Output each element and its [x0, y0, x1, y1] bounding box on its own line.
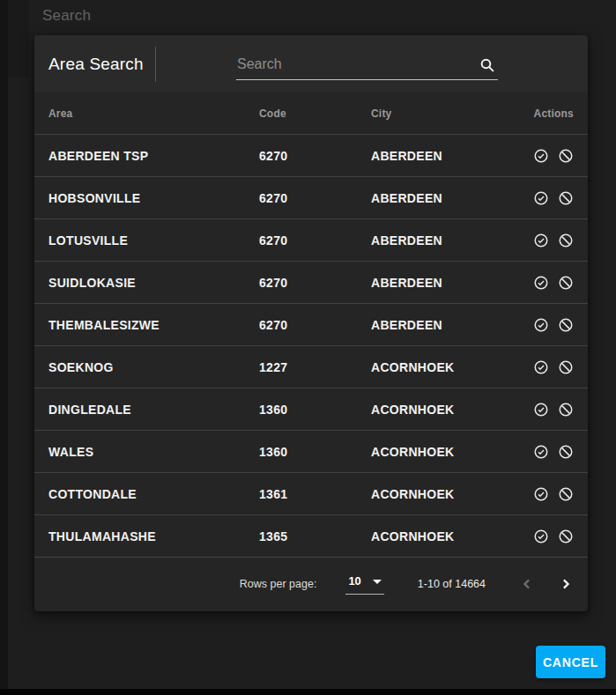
check-circle-icon — [533, 529, 549, 544]
select-row-button[interactable] — [533, 233, 549, 248]
select-row-button[interactable] — [533, 486, 549, 502]
area-cell: COTTONDALE — [48, 487, 259, 501]
table-row[interactable]: ABERDEEN TSP 6270 ABERDEEN — [34, 135, 588, 177]
previous-page-button[interactable] — [517, 574, 537, 594]
block-row-button[interactable] — [558, 359, 574, 375]
table-row[interactable]: SUIDLOKASIE 6270 ABERDEEN — [34, 262, 588, 304]
check-circle-icon — [533, 486, 549, 502]
actions-cell — [521, 317, 574, 333]
block-row-button[interactable] — [558, 190, 574, 206]
check-circle-icon — [533, 359, 549, 375]
code-cell: 6270 — [259, 233, 371, 248]
block-row-button[interactable] — [558, 529, 574, 544]
chevron-left-icon — [518, 575, 536, 593]
table-body: ABERDEEN TSP 6270 ABERDEEN — [34, 135, 588, 558]
city-cell: ABERDEEN — [371, 149, 521, 163]
rows-per-page-select[interactable]: 10 — [345, 574, 383, 595]
city-cell: ACORNHOEK — [371, 529, 521, 543]
code-cell: 6270 — [259, 318, 371, 332]
code-cell: 6270 — [259, 149, 371, 163]
city-cell: ABERDEEN — [371, 233, 521, 248]
city-cell: ACORNHOEK — [371, 403, 521, 417]
block-row-button[interactable] — [558, 402, 574, 418]
pagination-range: 1-10 of 14664 — [418, 578, 486, 590]
actions-cell — [521, 402, 574, 418]
select-row-button[interactable] — [533, 359, 549, 375]
check-circle-icon — [533, 148, 549, 164]
block-row-button[interactable] — [558, 444, 574, 460]
check-circle-icon — [533, 317, 549, 333]
search-field — [236, 52, 498, 80]
check-circle-icon — [533, 275, 549, 291]
column-header-code: Code — [259, 107, 371, 120]
actions-cell — [521, 486, 574, 502]
ban-icon — [558, 402, 574, 418]
cancel-button[interactable]: CANCEL — [536, 646, 605, 678]
area-cell: SUIDLOKASIE — [48, 276, 259, 290]
select-row-button[interactable] — [533, 444, 549, 460]
ban-icon — [558, 529, 574, 544]
select-row-button[interactable] — [533, 402, 549, 418]
block-row-button[interactable] — [558, 233, 574, 248]
ban-icon — [558, 275, 574, 291]
rows-per-page-label: Rows per page: — [240, 578, 317, 590]
table-row[interactable]: THULAMAHASHE 1365 ACORNHOEK — [34, 515, 588, 558]
table-row[interactable]: DINGLEDALE 1360 ACORNHOEK — [34, 388, 588, 431]
code-cell: 1360 — [259, 403, 371, 417]
code-cell: 1360 — [259, 445, 371, 459]
table-row[interactable]: WALES 1360 ACORNHOEK — [34, 431, 588, 473]
ban-icon — [558, 233, 574, 248]
code-cell: 6270 — [259, 276, 371, 290]
table-header: Area Code City Actions — [34, 92, 588, 135]
actions-cell — [521, 148, 574, 164]
code-cell: 6270 — [259, 191, 371, 205]
chevron-right-icon — [557, 575, 575, 593]
table-row[interactable]: COTTONDALE 1361 ACORNHOEK — [34, 473, 588, 515]
table-row[interactable]: SOEKNOG 1227 ACORNHOEK — [34, 346, 588, 388]
next-page-button[interactable] — [556, 574, 575, 594]
toolbar-divider — [155, 47, 156, 82]
actions-cell — [521, 359, 574, 375]
city-cell: ABERDEEN — [371, 191, 521, 205]
ban-icon — [558, 317, 574, 333]
block-row-button[interactable] — [558, 275, 574, 291]
city-cell: ACORNHOEK — [371, 487, 521, 501]
block-row-button[interactable] — [558, 148, 574, 164]
select-row-button[interactable] — [533, 317, 549, 333]
select-row-button[interactable] — [533, 190, 549, 206]
area-cell: SOEKNOG — [48, 360, 259, 374]
actions-cell — [521, 444, 574, 460]
actions-cell — [521, 529, 574, 544]
check-circle-icon — [533, 190, 549, 206]
area-cell: DINGLEDALE — [48, 403, 259, 417]
select-row-button[interactable] — [533, 275, 549, 291]
search-input[interactable] — [236, 52, 498, 79]
ban-icon — [558, 148, 574, 164]
block-row-button[interactable] — [558, 317, 574, 333]
column-header-actions: Actions — [521, 107, 574, 120]
city-cell: ABERDEEN — [371, 318, 521, 332]
actions-cell — [521, 233, 574, 248]
actions-cell — [521, 275, 574, 291]
area-cell: THULAMAHASHE — [48, 529, 259, 543]
area-cell: THEMBALESIZWE — [48, 318, 259, 332]
area-cell: HOBSONVILLE — [48, 191, 259, 205]
dialog-title: Area Search — [48, 55, 144, 74]
area-cell: ABERDEEN TSP — [48, 149, 259, 163]
select-row-button[interactable] — [533, 148, 549, 164]
area-cell: WALES — [48, 445, 259, 459]
background-left-strip — [0, 0, 8, 695]
code-cell: 1361 — [259, 487, 371, 501]
table-row[interactable]: HOBSONVILLE 6270 ABERDEEN — [34, 177, 588, 219]
table-row[interactable]: THEMBALESIZWE 6270 ABERDEEN — [34, 304, 588, 346]
area-search-dialog: Area Search Area Code City Actions ABERD… — [34, 35, 588, 611]
check-circle-icon — [533, 233, 549, 248]
column-header-city: City — [371, 107, 521, 120]
background-page-title: Search — [42, 7, 91, 25]
table-row[interactable]: LOTUSVILLE 6270 ABERDEEN — [34, 219, 588, 262]
ban-icon — [558, 359, 574, 375]
city-cell: ACORNHOEK — [371, 360, 521, 374]
search-icon[interactable] — [479, 56, 496, 74]
block-row-button[interactable] — [558, 486, 574, 502]
select-row-button[interactable] — [533, 529, 549, 544]
